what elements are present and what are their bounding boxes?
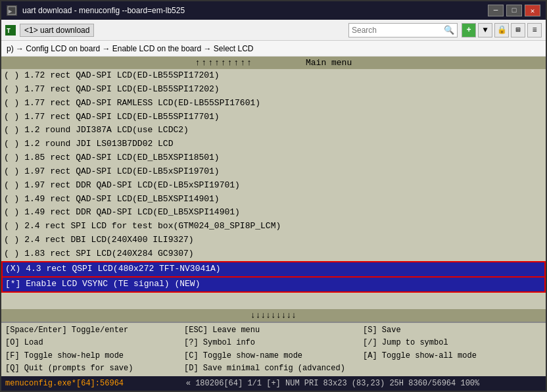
help-row-2: [O] Load [?] Symbol info [/] Jump to sym… — [5, 337, 542, 349]
help-item: [D] Save minimal config (advanced) — [184, 362, 363, 375]
help-item: [C] Toggle show-name mode — [184, 350, 363, 362]
help-item: [/] Jump to symbol — [363, 337, 542, 349]
list-item[interactable]: ( ) 1.97 rect DDR QAD-SPI LCD(ED-LB5xSPI… — [1, 179, 546, 193]
help-item: [A] Toggle show-all mode — [363, 350, 542, 362]
window-title: uart download - menuconfig --board=em-lb… — [22, 6, 185, 15]
dropdown-button[interactable]: ▼ — [478, 23, 492, 37]
menu-list: ( ) 1.72 rect QAD-SPI LCD(ED-LB55SPI1720… — [1, 69, 546, 309]
app-logo-icon: T — [5, 25, 16, 36]
help-item: [Space/Enter] Toggle/enter — [5, 324, 184, 337]
help-item: [Q] Quit (prompts for save) — [5, 362, 184, 375]
help-row-3: [F] Toggle show-help mode [C] Toggle sho… — [5, 350, 542, 362]
help-item: [S] Save — [363, 324, 542, 337]
toolbar: T <1> uart download 🔍 + ▼ 🔒 ⊞ ≡ — [1, 20, 546, 41]
arrows-down: ↓↓↓↓↓↓↓↓↓ — [250, 310, 297, 320]
list-item-selected-star[interactable]: [*] Enable LCD VSYNC (TE signal) (NEW) — [1, 278, 546, 293]
help-row-1: [Space/Enter] Toggle/enter [ESC] Leave m… — [5, 324, 542, 337]
list-item[interactable]: ( ) 2.4 rect SPI LCD for test box(GTM024… — [1, 220, 546, 233]
help-area: [Space/Enter] Toggle/enter [ESC] Leave m… — [1, 322, 546, 376]
list-item[interactable]: ( ) 1.2 round JDI LS013B7DD02 LCD — [1, 137, 546, 151]
close-button[interactable]: ✕ — [525, 5, 540, 16]
list-item[interactable]: ( ) 1.97 rect QAD-SPI LCD(ED-LB5xSPI1970… — [1, 165, 546, 179]
main-content: ↑↑↑↑↑↑↑↑↑ Main menu ( ) 1.72 rect QAD-SP… — [1, 57, 546, 376]
lock-button[interactable]: 🔒 — [494, 23, 509, 37]
list-item[interactable]: ( ) 2.4 rect DBI LCD(240X400 ILI9327) — [1, 233, 546, 247]
help-row-4: [Q] Quit (prompts for save) [D] Save min… — [5, 362, 542, 375]
list-item[interactable]: ( ) 1.2 round JDI387A LCD(use LCDC2) — [1, 124, 546, 137]
list-item[interactable]: ( ) 1.72 rect QAD-SPI LCD(ED-LB55SPI1720… — [1, 69, 546, 83]
toolbar-buttons: + ▼ 🔒 ⊞ ≡ — [462, 23, 542, 37]
list-item[interactable]: ( ) 1.83 rect SPI LCD(240X284 GC9307) — [1, 247, 546, 261]
help-item: [F] Toggle show-help mode — [5, 350, 184, 362]
tab-label[interactable]: <1> uart download — [20, 24, 94, 37]
app-icon: ▶ — [7, 5, 17, 16]
search-input[interactable] — [352, 26, 444, 35]
help-item: [ESC] Leave menu — [184, 324, 363, 337]
svg-text:▶: ▶ — [9, 9, 12, 15]
window-controls: ─ □ ✕ — [488, 5, 540, 16]
search-box[interactable]: 🔍 — [348, 23, 458, 37]
list-item[interactable]: ( ) 1.77 rect QAD-SPI LCD(ED-LB55SPI1770… — [1, 110, 546, 124]
minimize-button[interactable]: ─ — [488, 5, 504, 16]
status-bar: menuconfig.exe*[64]:56964 « 180206[64] 1… — [1, 376, 546, 391]
main-window: ▶ uart download - menuconfig --board=em-… — [0, 0, 547, 392]
list-item[interactable]: ( ) 1.49 rect QAD-SPI LCD(ED_LB5XSPI1490… — [1, 193, 546, 207]
list-item[interactable]: ( ) 1.85 rect QAD-SPI LCD(ED_LB5XSPI1850… — [1, 151, 546, 165]
arrows-up: ↑↑↑↑↑↑↑↑↑ — [195, 58, 253, 68]
title-bar: ▶ uart download - menuconfig --board=em-… — [1, 1, 546, 20]
menu-header: ↑↑↑↑↑↑↑↑↑ Main menu — [1, 57, 546, 69]
arrows-down-row: ↓↓↓↓↓↓↓↓↓ — [1, 309, 546, 322]
list-item-selected-x[interactable]: (X) 4.3 rect QSPI LCD(480x272 TFT-NV3041… — [1, 261, 546, 278]
help-item: [O] Load — [5, 337, 184, 349]
status-center: « 180206[64] 1/1 [+] NUM PRI 83x23 (83,2… — [186, 379, 479, 388]
list-item[interactable]: ( ) 1.77 rect QAD-SPI RAMLESS LCD(ED-LB5… — [1, 97, 546, 110]
grid-button[interactable]: ⊞ — [511, 23, 525, 37]
help-item: [?] Symbol info — [184, 337, 363, 349]
breadcrumb-text: p) → Config LCD on board → Enable LCD on… — [7, 44, 254, 53]
status-left: menuconfig.exe*[64]:56964 — [5, 379, 124, 388]
add-button[interactable]: + — [462, 23, 476, 37]
menu-title: Main menu — [306, 58, 352, 68]
breadcrumb: p) → Config LCD on board → Enable LCD on… — [1, 41, 546, 57]
list-item[interactable]: ( ) 1.49 rect DDR QAD-SPI LCD(ED_LB5XSPI… — [1, 206, 546, 220]
help-item — [363, 362, 542, 375]
menu-button[interactable]: ≡ — [527, 23, 542, 37]
maximize-button[interactable]: □ — [506, 5, 522, 16]
list-item[interactable]: ( ) 1.77 rect QAD-SPI LCD(ED-LB55SPI1720… — [1, 83, 546, 97]
title-bar-left: ▶ uart download - menuconfig --board=em-… — [7, 5, 185, 16]
search-icon: 🔍 — [444, 25, 454, 36]
svg-text:T: T — [7, 28, 11, 35]
